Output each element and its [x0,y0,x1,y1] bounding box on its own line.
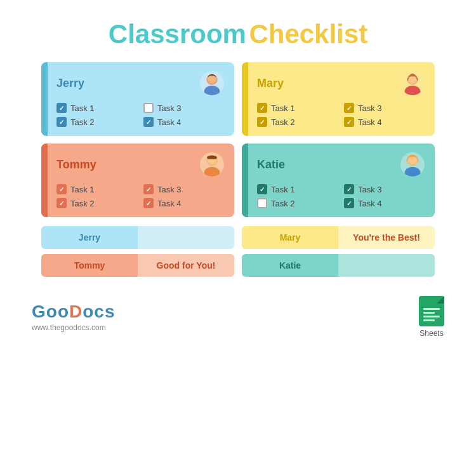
checkbox-jerry-1[interactable]: ✓ [56,103,67,113]
checkbox-tommy-3[interactable]: ✓ [143,184,154,194]
task-tommy-2: ✓ Task 2 [56,198,137,208]
summary-container: Jerry Tommy Good for You! Mary [41,226,435,277]
title-checklist: Checklist [249,19,367,49]
avatar-jerry [200,71,224,95]
logo-url: www.thegoodocs.com [32,323,115,332]
task-label-katie-4: Task 4 [358,199,382,208]
task-label-katie-3: Task 3 [358,185,382,194]
tasks-mary: ✓ Task 1 ✓ Task 3 ✓ Task 2 ✓ Task 4 [252,103,425,127]
task-katie-4: ✓ Task 4 [344,198,425,208]
sheets-label: Sheets [420,329,443,338]
logo-ocs: ocs [83,302,115,321]
task-mary-3: ✓ Task 3 [344,103,425,113]
checkbox-katie-1[interactable]: ✓ [257,184,267,194]
summary-value-tommy: Good for You! [138,254,234,277]
checkbox-jerry-2[interactable]: ✓ [56,117,67,127]
summary-name-tommy: Tommy [41,254,138,277]
checkbox-tommy-4[interactable]: ✓ [143,198,154,208]
card-border-mary [242,62,248,136]
task-tommy-1: ✓ Task 1 [56,184,137,194]
checkbox-jerry-3[interactable] [143,103,154,113]
summary-value-katie [338,254,435,277]
task-label-jerry-2: Task 2 [70,117,95,127]
task-label-mary-3: Task 3 [358,103,382,113]
task-jerry-3: Task 3 [143,103,224,113]
task-mary-1: ✓ Task 1 [257,103,338,113]
task-label-katie-2: Task 2 [271,199,295,208]
sheets-icon: Sheets [419,296,444,338]
card-border-katie [242,144,248,217]
avatar-tommy [200,152,224,177]
sheets-line-1 [423,308,440,310]
summary-name-jerry: Jerry [41,226,138,249]
svg-point-4 [405,86,421,95]
task-label-katie-1: Task 1 [271,185,295,194]
card-tommy: Tommy ✓ Task 1 ✓ [41,144,234,217]
summary-row-tommy: Tommy Good for You! [41,254,234,277]
student-name-jerry: Jerry [56,77,84,90]
task-jerry-1: ✓ Task 1 [56,103,137,113]
card-mary: Mary ✓ Task 1 [242,62,435,136]
sheets-line-2 [423,312,435,314]
task-label-tommy-1: Task 1 [70,185,95,194]
task-jerry-4: ✓ Task 4 [143,117,224,127]
task-tommy-4: ✓ Task 4 [143,198,224,208]
checkbox-mary-2[interactable]: ✓ [257,117,267,127]
checkbox-mary-4[interactable]: ✓ [344,117,354,127]
svg-point-12 [408,156,416,164]
checkbox-katie-4[interactable]: ✓ [344,198,354,208]
card-jerry: Jerry ✓ Task 1 Task 3 [41,62,234,136]
main-container: Classroom Checklist Jerry [0,0,476,454]
task-label-jerry-4: Task 4 [157,117,182,127]
summary-col-right: Mary You're the Best! Katie [242,226,435,277]
student-name-tommy: Tommy [56,158,96,171]
footer: GooDocs www.thegoodocs.com Sheets [0,296,476,338]
task-mary-2: ✓ Task 2 [257,117,338,127]
cards-container: Jerry ✓ Task 1 Task 3 [41,62,435,217]
task-jerry-2: ✓ Task 2 [56,117,137,127]
task-katie-1: ✓ Task 1 [257,184,338,194]
avatar-mary [400,71,425,95]
student-name-katie: Katie [257,158,285,171]
checkbox-mary-3[interactable]: ✓ [344,103,354,113]
task-label-mary-4: Task 4 [358,117,382,127]
task-label-tommy-3: Task 3 [157,185,182,194]
student-name-mary: Mary [257,77,284,90]
logo-d: D [69,302,83,321]
summary-name-mary: Mary [242,226,338,249]
sheets-line-4 [423,319,435,321]
tasks-tommy: ✓ Task 1 ✓ Task 3 ✓ Task 2 ✓ Task 4 [51,184,224,208]
tasks-jerry: ✓ Task 1 Task 3 ✓ Task 2 ✓ Task 4 [51,103,224,127]
task-label-mary-2: Task 2 [271,117,295,127]
checkbox-jerry-4[interactable]: ✓ [143,117,154,127]
card-border-jerry [41,62,48,136]
title-area: Classroom Checklist [109,19,367,50]
logo-text-area: GooDocs [32,302,115,322]
summary-value-mary: You're the Best! [338,226,435,249]
tasks-katie: ✓ Task 1 ✓ Task 3 Task 2 ✓ Task 4 [252,184,425,208]
checkbox-katie-2[interactable] [257,198,267,208]
task-mary-4: ✓ Task 4 [344,117,425,127]
summary-col-left: Jerry Tommy Good for You! [41,226,234,277]
card-header-katie: Katie [252,152,425,177]
card-border-tommy [41,144,48,217]
card-header-tommy: Tommy [51,152,224,177]
checkbox-tommy-1[interactable]: ✓ [56,184,67,194]
task-label-jerry-1: Task 1 [70,103,95,113]
svg-point-6 [204,167,220,177]
avatar-katie [400,152,425,177]
task-katie-3: ✓ Task 3 [344,184,425,194]
title-classroom: Classroom [109,19,246,49]
sheets-line-3 [423,316,440,317]
summary-row-jerry: Jerry [41,226,234,249]
checkbox-mary-1[interactable]: ✓ [257,103,267,113]
svg-point-10 [405,167,421,177]
logo-goo: Goo [32,302,69,321]
summary-row-katie: Katie [242,254,435,277]
sheets-lines [420,303,444,325]
svg-point-1 [204,86,220,95]
checkbox-tommy-2[interactable]: ✓ [56,198,67,208]
task-katie-2: Task 2 [257,198,338,208]
summary-value-jerry [138,226,234,249]
checkbox-katie-3[interactable]: ✓ [344,184,354,194]
